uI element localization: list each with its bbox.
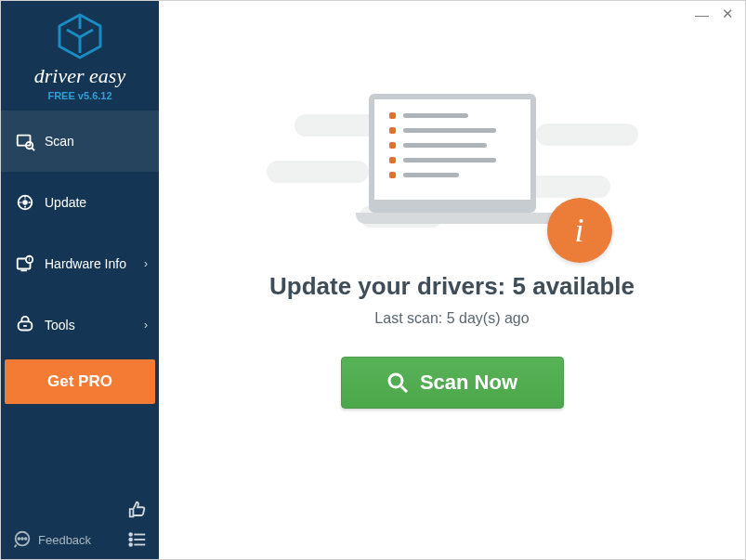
headline-suffix: available xyxy=(526,272,635,300)
main-pane: — ✕ i Update your drivers: 5 a xyxy=(159,1,745,559)
window-titlebar: — ✕ xyxy=(159,1,745,27)
svg-point-18 xyxy=(129,533,132,536)
scan-now-label: Scan Now xyxy=(420,371,517,395)
laptop-icon xyxy=(356,94,549,224)
feedback-label: Feedback xyxy=(38,533,91,547)
sidebar-item-hardware-info[interactable]: i Hardware Info › xyxy=(1,233,159,294)
sidebar-item-label: Tools xyxy=(45,318,75,332)
brand-name: driver easy xyxy=(1,64,159,88)
sidebar-item-scan[interactable]: Scan xyxy=(1,111,159,172)
get-pro-label: Get PRO xyxy=(47,372,112,391)
headline: Update your drivers: 5 available xyxy=(269,272,635,301)
sidebar-item-update[interactable]: Update xyxy=(1,172,159,233)
scan-now-button[interactable]: Scan Now xyxy=(341,357,564,409)
sidebar-item-label: Scan xyxy=(45,134,74,149)
chevron-right-icon: › xyxy=(144,257,148,270)
headline-prefix: Update your drivers: xyxy=(269,272,513,300)
minimize-icon[interactable]: — xyxy=(695,7,709,22)
get-pro-button[interactable]: Get PRO xyxy=(5,359,155,404)
sidebar-item-label: Hardware Info xyxy=(45,256,126,271)
info-badge-icon: i xyxy=(547,198,612,263)
sidebar-spacer xyxy=(1,408,159,500)
illustration: i xyxy=(294,75,610,261)
svg-point-15 xyxy=(18,538,20,540)
available-count: 5 xyxy=(512,272,525,300)
svg-point-17 xyxy=(25,538,27,540)
thumbs-up-icon[interactable] xyxy=(127,500,148,520)
tools-icon xyxy=(15,315,35,335)
search-icon xyxy=(386,371,409,394)
hero: i Update your drivers: 5 available Last … xyxy=(159,27,745,559)
last-scan-text: Last scan: 5 day(s) ago xyxy=(374,310,529,327)
sidebar-footer: Feedback xyxy=(1,520,159,559)
sidebar: driver easy FREE v5.6.12 Scan Update i H… xyxy=(1,1,159,559)
svg-rect-3 xyxy=(18,136,31,146)
svg-line-25 xyxy=(401,386,407,392)
logo-block: driver easy FREE v5.6.12 xyxy=(1,1,159,111)
svg-point-16 xyxy=(21,538,23,540)
chevron-right-icon: › xyxy=(144,319,148,332)
sidebar-item-label: Update xyxy=(45,195,86,210)
version-label: FREE v5.6.12 xyxy=(1,90,159,101)
svg-point-7 xyxy=(23,201,27,204)
scan-icon xyxy=(15,131,35,151)
svg-point-22 xyxy=(129,543,132,546)
svg-line-5 xyxy=(32,148,34,150)
logo-icon xyxy=(54,12,106,60)
hardware-icon: i xyxy=(15,254,35,274)
menu-icon[interactable] xyxy=(127,529,148,550)
sidebar-item-tools[interactable]: Tools › xyxy=(1,294,159,356)
feedback-button[interactable]: Feedback xyxy=(12,529,91,550)
svg-point-24 xyxy=(389,374,402,387)
svg-point-20 xyxy=(129,539,132,541)
update-icon xyxy=(15,192,35,213)
close-icon[interactable]: ✕ xyxy=(722,6,734,22)
svg-text:i: i xyxy=(29,256,30,262)
feedback-icon xyxy=(12,529,33,550)
